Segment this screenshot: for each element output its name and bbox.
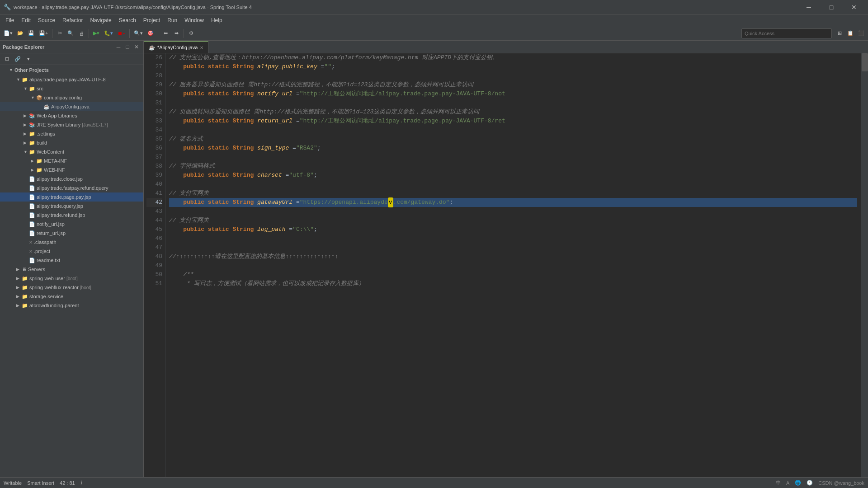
code-line-42[interactable]: public static String gatewayUrl = "https… (169, 198, 857, 207)
editor-right-scrollbar[interactable] (861, 53, 868, 477)
code-line-34 (169, 126, 857, 135)
tree-item-com-alipay-config[interactable]: ▼ 📦 com.alipay.config (0, 93, 143, 102)
comment-41: // 支付宝网关 (169, 189, 209, 198)
open-button[interactable]: 📂 (15, 28, 25, 39)
menu-search[interactable]: Search (115, 16, 140, 25)
tree-item-return-url[interactable]: 📄 return_url.jsp (0, 229, 143, 238)
collapse-all-btn[interactable]: ⊟ (2, 54, 12, 65)
menu-refactor[interactable]: Refactor (59, 16, 86, 25)
target-btn[interactable]: 🎯 (146, 28, 156, 39)
jre-icon: 📚 (29, 122, 35, 128)
tree-item-close-jsp[interactable]: 📄 alipay.trade.close.jsp (0, 174, 143, 183)
maximize-view-btn[interactable]: ⬛ (856, 28, 866, 39)
menu-source[interactable]: Source (34, 16, 59, 25)
code-editor[interactable]: // 支付宝公钥,查看地址：https://openhome.alipay.co… (165, 53, 861, 477)
tree-item-alipayconfig-java[interactable]: ☕ AlipayConfig.java (0, 102, 143, 111)
tree-item-refund-jsp[interactable]: 📄 alipay.trade.refund.jsp (0, 211, 143, 220)
str-gateway-url-start: "https://openapi.alipayde (300, 198, 388, 207)
arrow-build: ▶ (24, 141, 29, 145)
open-perspective-btn[interactable]: 📋 (845, 28, 855, 39)
tree-item-webcontent[interactable]: ▼ 📁 WebContent (0, 147, 143, 156)
forward-button[interactable]: 🔍 (66, 28, 75, 39)
menu-run[interactable]: Run (164, 16, 181, 25)
code-line-40 (169, 180, 857, 189)
webflux-suffix: [boot] (80, 285, 91, 290)
tree-item-webapp-libs[interactable]: ▶ 📚 Web App Libraries (0, 111, 143, 120)
breadcrumb-btn[interactable]: ⚙ (186, 28, 196, 39)
tree-item-settings[interactable]: ▶ 📁 .settings (0, 129, 143, 138)
tree-item-web-inf[interactable]: ▶ 📁 WEB-INF (0, 165, 143, 174)
tree-item-spring-webflux[interactable]: ▶ 📁 spring-webflux-reactor [boot] (0, 283, 143, 292)
kw-public-27: public (183, 62, 204, 71)
arrow-spring-web-user: ▶ (16, 276, 22, 281)
code-line-29: // 服务器异步通知页面路径 需http://格式的完整路径，不能加?id=12… (169, 80, 857, 89)
panel-close-btn[interactable]: ✕ (132, 43, 141, 51)
tree-item-project-file[interactable]: ✕ .project (0, 247, 143, 256)
debug-button[interactable]: 🐛▾ (102, 28, 115, 39)
code-line-47 (169, 243, 857, 252)
menu-edit[interactable]: Edit (18, 16, 34, 25)
code-line-36: public static String sign_type = "RSA2" … (169, 144, 857, 153)
tree-root-other-projects[interactable]: ▼ Other Projects (0, 65, 143, 75)
sp: = (292, 117, 300, 126)
perspective-btn[interactable]: ⊞ (835, 28, 844, 39)
panel-minimize-btn[interactable]: ─ (114, 43, 123, 51)
tab-icon: ☕ (149, 45, 155, 51)
tree-item-build[interactable]: ▶ 📁 build (0, 138, 143, 147)
kw-string-45: String (232, 225, 254, 234)
save-all-button[interactable]: 💾+ (37, 28, 50, 39)
title-bar: 🔧 workspace - alipay.trade.page.pay-JAVA… (0, 0, 868, 14)
tab-close-btn[interactable]: ✕ (200, 45, 203, 50)
tree-item-query-jsp[interactable]: 📄 alipay.trade.query.jsp (0, 202, 143, 211)
tree-item-fastpay[interactable]: 📄 alipay.trade.fastpay.refund.query (0, 183, 143, 192)
meta-inf-icon: 📁 (36, 158, 42, 164)
tree-item-page-pay[interactable]: 📄 alipay.trade.page.pay.jsp (0, 192, 143, 202)
tree-item-meta-inf[interactable]: ▶ 📁 META-INF (0, 156, 143, 165)
tab-label: *AlipayConfig.java (157, 45, 198, 50)
run-button[interactable]: ▶▾ (91, 28, 101, 39)
tree-item-alipay-project[interactable]: ▼ 📁 alipay.trade.page.pay-JAVA-UTF-8 (0, 75, 143, 84)
tree-item-notify-url[interactable]: 📄 notify_url.jsp (0, 220, 143, 229)
search-btn[interactable]: 🔍▾ (132, 28, 145, 39)
arrow-storage: ▶ (16, 294, 22, 299)
tree-item-src[interactable]: ▼ 📁 src (0, 84, 143, 93)
meta-inf-label: META-INF (44, 158, 67, 164)
close-button[interactable]: ✕ (844, 0, 864, 14)
code-line-50: /** (169, 270, 857, 279)
tree-item-jre[interactable]: ▶ 📚 JRE System Library [JavaSE-1.7] (0, 120, 143, 129)
tree-view-btn[interactable]: ▾ (24, 54, 33, 65)
spring-web-user-label: spring-web-user (29, 276, 65, 281)
sp (229, 225, 233, 234)
menu-file[interactable]: File (2, 16, 18, 25)
maximize-button[interactable]: □ (821, 0, 842, 14)
kw-public-33: public (183, 117, 204, 126)
quick-access-input[interactable] (741, 28, 832, 38)
tree-item-spring-web-user[interactable]: ▶ 📁 spring-web-user [boot] (0, 274, 143, 283)
minimize-button[interactable]: ─ (798, 0, 819, 14)
stop-button[interactable]: ⏹▾ (116, 28, 127, 39)
menu-project[interactable]: Project (140, 16, 164, 25)
id-alipay-public-key: alipay_public_key (257, 62, 317, 71)
menu-navigate[interactable]: Navigate (86, 16, 115, 25)
link-editor-btn[interactable]: 🔗 (13, 54, 23, 65)
arrow-webflux: ▶ (16, 285, 22, 290)
tree-item-atcrowdfunding[interactable]: ▶ 📁 atcrowdfunding-parent (0, 301, 143, 310)
prev-edit-btn[interactable]: ⬅ (160, 28, 170, 39)
crowd-icon: 📁 (22, 303, 28, 309)
back-button[interactable]: ✂ (55, 28, 65, 39)
menu-window[interactable]: Window (181, 16, 208, 25)
new-button[interactable]: 📄▾ (2, 28, 14, 39)
print-button[interactable]: 🖨 (76, 28, 86, 39)
javadoc-51: * 写日志，方便测试（看网站需求，也可以改成把记录存入数据库） (187, 279, 364, 288)
panel-maximize-btn[interactable]: □ (123, 43, 132, 51)
tree-item-readme[interactable]: 📄 readme.txt (0, 256, 143, 265)
tree-item-classpath[interactable]: ✕ .classpath (0, 238, 143, 247)
tree-item-servers[interactable]: ▶ 🖥 Servers (0, 265, 143, 274)
config-package-label: com.alipay.config (44, 95, 82, 100)
tab-alipayconfig[interactable]: ☕ *AlipayConfig.java ✕ (144, 41, 208, 53)
readme-icon: 📄 (29, 258, 35, 263)
tree-item-storage-service[interactable]: ▶ 📁 storage-service (0, 292, 143, 301)
menu-help[interactable]: Help (208, 16, 226, 25)
save-button[interactable]: 💾 (26, 28, 36, 39)
next-edit-btn[interactable]: ➡ (171, 28, 181, 39)
